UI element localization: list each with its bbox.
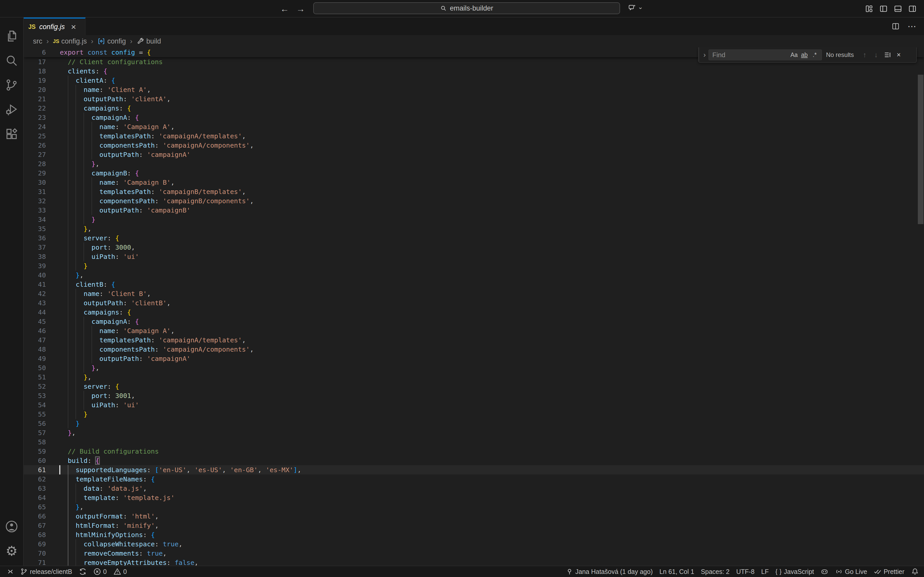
vertical-scrollbar[interactable] (918, 75, 924, 224)
tab-close-icon[interactable]: × (71, 23, 76, 31)
toggle-replace-icon[interactable]: › (701, 51, 709, 59)
more-actions-icon[interactable]: ⋯ (908, 21, 917, 31)
code-line[interactable]: 48 componentsPath: 'campaignA/components… (24, 345, 924, 354)
previous-match-button[interactable]: ↑ (859, 51, 871, 59)
code-line[interactable]: 43 outputPath: 'clientB', (24, 298, 924, 308)
code-line[interactable]: 56 } (24, 419, 924, 428)
status-item-error-count[interactable]: 0 (93, 568, 107, 575)
status-item-cursor-position[interactable]: Ln 61, Col 1 (659, 568, 694, 575)
code-line[interactable]: 57 }, (24, 428, 924, 437)
status-item-go-live[interactable]: Go Live (835, 568, 867, 575)
sidebar-item-extensions[interactable] (0, 122, 23, 146)
code-line[interactable]: 46 name: 'Campaign A', (24, 326, 924, 335)
sidebar-item-search[interactable] (0, 48, 23, 73)
toggle-primary-sidebar-icon[interactable] (879, 4, 888, 13)
tab-config-js[interactable]: JS config.js × (24, 18, 86, 35)
code-line[interactable]: 63 data: 'data.js', (24, 484, 924, 493)
status-item-blame-annotation[interactable]: Jana Hatašová (1 day ago) (565, 568, 653, 575)
code-line[interactable]: 55 } (24, 409, 924, 419)
find-in-selection-button[interactable] (882, 51, 893, 59)
code-line[interactable]: 23 campaignA: { (24, 113, 924, 122)
code-line[interactable]: 54 uiPath: 'ui' (24, 400, 924, 409)
code-line[interactable]: 66 outputFormat: 'html', (24, 512, 924, 521)
copilot-chat-button[interactable]: ⌄ (628, 3, 643, 12)
breadcrumb-symbol-build[interactable]: build (137, 37, 161, 45)
status-item-indentation[interactable]: Spaces: 2 (701, 568, 730, 575)
code-line[interactable]: 28 }, (24, 159, 924, 168)
code-line[interactable]: 50 }, (24, 363, 924, 372)
code-line[interactable]: 29 campaignB: { (24, 168, 924, 178)
code-line[interactable]: 52 server: { (24, 382, 924, 391)
status-item-eol-sequence[interactable]: LF (761, 568, 769, 575)
status-item-branch-status[interactable]: release/clientB (20, 568, 72, 575)
code-line[interactable]: 47 templatesPath: 'campaignA/templates', (24, 335, 924, 345)
code-line[interactable]: 33 outputPath: 'campaignB' (24, 206, 924, 215)
code-line[interactable]: 49 outputPath: 'campaignA' (24, 354, 924, 363)
sidebar-item-source-control[interactable] (0, 73, 23, 97)
code-line[interactable]: 53 port: 3001, (24, 391, 924, 400)
code-line[interactable]: 30 name: 'Campaign B', (24, 178, 924, 187)
manage-button[interactable]: ⚙ (0, 538, 23, 563)
customize-layout-icon[interactable] (865, 4, 874, 13)
breadcrumb-symbol-config[interactable]: config (97, 37, 126, 45)
nav-forward-button[interactable]: → (294, 0, 307, 18)
command-center-search[interactable]: emails-builder (313, 2, 620, 14)
next-match-button[interactable]: ↓ (871, 51, 882, 59)
code-line[interactable]: 22 campaigns: { (24, 103, 924, 113)
code-line[interactable]: 19 clientA: { (24, 76, 924, 85)
code-line[interactable]: 37 port: 3000, (24, 243, 924, 252)
code-line[interactable]: 68 htmlMinifyOptions: { (24, 530, 924, 539)
code-line[interactable]: 65 }, (24, 502, 924, 512)
code-line[interactable]: 25 templatesPath: 'campaignA/templates', (24, 131, 924, 141)
breadcrumb-src[interactable]: src (33, 37, 42, 45)
status-item-encoding[interactable]: UTF-8 (736, 568, 754, 575)
status-item-copilot[interactable] (821, 568, 828, 575)
code-line[interactable]: 26 componentsPath: 'campaignA/components… (24, 141, 924, 150)
status-item-remote-indicator[interactable] (6, 568, 13, 575)
code-line[interactable]: 24 name: 'Campaign A', (24, 122, 924, 131)
code-line[interactable]: 45 campaignA: { (24, 317, 924, 326)
sidebar-item-run-debug[interactable] (0, 97, 23, 122)
code-line[interactable]: 27 outputPath: 'campaignA' (24, 150, 924, 159)
status-item-prettier[interactable]: Prettier (874, 568, 905, 575)
find-input[interactable]: Find Aa ab .* (709, 50, 822, 60)
status-item-sync-status[interactable] (79, 568, 87, 575)
breadcrumb-file[interactable]: JS config.js (53, 37, 87, 45)
code-line[interactable]: 59 // Build configurations (24, 446, 924, 456)
code-line[interactable]: 67 htmlFormat: 'minify', (24, 521, 924, 530)
code-line[interactable]: 34 } (24, 215, 924, 224)
code-line[interactable]: 32 componentsPath: 'campaignB/components… (24, 196, 924, 206)
nav-back-button[interactable]: ← (278, 0, 291, 18)
status-item-language-mode[interactable]: { }JavaScript (775, 568, 814, 575)
code-line[interactable]: 42 name: 'Client B', (24, 289, 924, 298)
code-line[interactable]: 35 }, (24, 224, 924, 234)
whole-word-toggle[interactable]: ab (800, 52, 809, 58)
code-line[interactable]: 61 supportedLanguages: ['en-US', 'es-US'… (24, 465, 924, 474)
code-line[interactable]: 71 removeEmptyAttributes: false, (24, 558, 924, 566)
code-line[interactable]: 20 name: 'Client A', (24, 85, 924, 94)
code-line[interactable]: 41 clientB: { (24, 280, 924, 289)
split-editor-icon[interactable] (892, 22, 900, 31)
status-item-notifications[interactable] (911, 568, 919, 575)
status-item-warning-count[interactable]: 0 (113, 568, 127, 575)
code-line[interactable]: 58 (24, 437, 924, 446)
find-resize-sash[interactable] (699, 47, 701, 62)
code-line[interactable]: 21 outputPath: 'clientA', (24, 94, 924, 103)
code-editor[interactable]: 6export const config = { 17 // Client co… (24, 47, 924, 566)
code-line[interactable]: 70 removeComments: true, (24, 549, 924, 558)
code-line[interactable]: 51 }, (24, 372, 924, 382)
code-line[interactable]: 60 build: { (24, 456, 924, 465)
toggle-panel-icon[interactable] (893, 4, 902, 13)
code-line[interactable]: 38 uiPath: 'ui' (24, 252, 924, 261)
accounts-button[interactable] (0, 514, 23, 538)
code-line[interactable]: 44 campaigns: { (24, 308, 924, 317)
close-find-icon[interactable]: × (893, 51, 905, 59)
code-line[interactable]: 64 template: 'template.js' (24, 493, 924, 502)
code-line[interactable]: 36 server: { (24, 234, 924, 243)
match-case-toggle[interactable]: Aa (789, 52, 799, 58)
code-line[interactable]: 31 templatesPath: 'campaignB/templates', (24, 187, 924, 196)
regex-toggle[interactable]: .* (810, 52, 820, 58)
code-line[interactable]: 39 } (24, 261, 924, 271)
code-line[interactable]: 69 collapseWhitespace: true, (24, 539, 924, 549)
code-line[interactable]: 40 }, (24, 271, 924, 280)
